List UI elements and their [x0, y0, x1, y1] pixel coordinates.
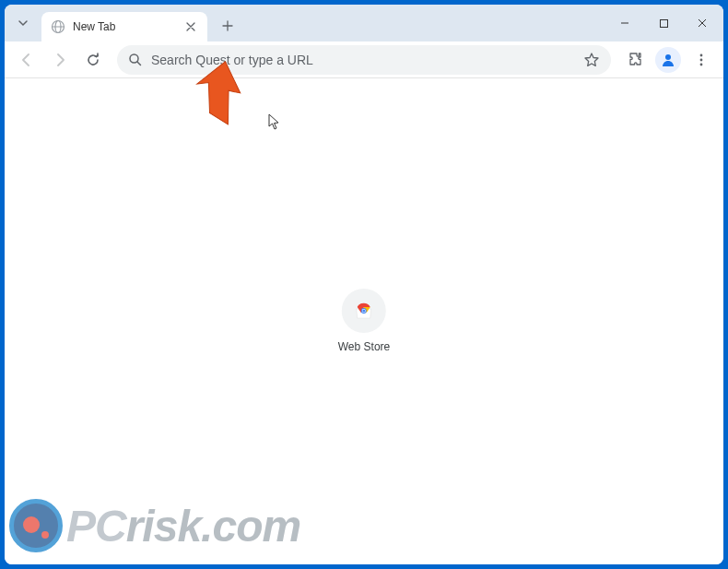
titlebar: New Tab — [5, 5, 723, 41]
back-button[interactable] — [12, 45, 41, 75]
shortcut-icon-circle — [342, 289, 386, 333]
star-icon — [583, 52, 600, 68]
kebab-icon — [694, 53, 709, 67]
address-input[interactable] — [151, 53, 583, 67]
window-controls — [609, 10, 718, 36]
close-icon — [697, 18, 708, 29]
omnibox[interactable] — [117, 45, 611, 75]
person-icon — [660, 52, 676, 68]
tab-close-button[interactable] — [183, 19, 198, 34]
svg-point-10 — [700, 63, 703, 65]
shortcut-label: Web Store — [338, 340, 390, 353]
svg-rect-4 — [660, 19, 667, 27]
puzzle-icon — [628, 52, 643, 67]
arrow-right-icon — [52, 52, 68, 68]
close-window-button[interactable] — [687, 10, 718, 36]
new-tab-button[interactable] — [215, 13, 241, 39]
svg-point-9 — [700, 58, 703, 61]
globe-icon — [51, 19, 65, 34]
minimize-icon — [619, 18, 630, 29]
search-icon — [128, 53, 142, 66]
maximize-button[interactable] — [648, 10, 679, 36]
web-store-icon — [353, 300, 375, 322]
shortcut-web-store[interactable]: Web Store — [338, 289, 390, 353]
page-content: Web Store — [5, 78, 723, 564]
tab-title: New Tab — [73, 20, 183, 33]
minimize-button[interactable] — [609, 10, 640, 36]
forward-button[interactable] — [45, 45, 75, 75]
toolbar — [5, 41, 723, 78]
chevron-down-icon — [18, 18, 29, 29]
close-icon — [186, 22, 195, 31]
tab-search-dropdown[interactable] — [10, 10, 36, 36]
svg-point-8 — [700, 53, 703, 56]
plus-icon — [222, 20, 233, 31]
extensions-button[interactable] — [620, 45, 650, 75]
reload-button[interactable] — [78, 45, 108, 75]
menu-button[interactable] — [687, 45, 716, 75]
tab-new-tab[interactable]: New Tab — [41, 12, 207, 41]
reload-icon — [85, 52, 101, 68]
browser-window: New Tab — [5, 5, 723, 564]
profile-button[interactable] — [655, 47, 681, 73]
bookmark-button[interactable] — [583, 52, 600, 68]
svg-point-13 — [362, 310, 365, 313]
arrow-left-icon — [18, 52, 35, 68]
maximize-icon — [659, 18, 669, 29]
svg-point-7 — [665, 54, 671, 60]
svg-line-6 — [137, 62, 141, 65]
